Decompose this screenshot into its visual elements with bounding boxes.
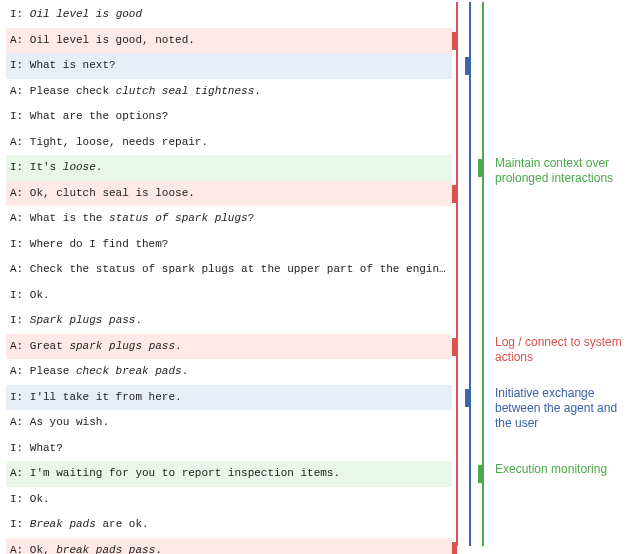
- dialog-row: I: Ok.: [6, 487, 452, 513]
- lane-blue: [469, 2, 471, 546]
- dialog-row: I: Oil level is good: [6, 2, 452, 28]
- annotation-label: Log / connect to system actions: [495, 335, 635, 365]
- dialog-row: I: Spark plugs pass.: [6, 308, 452, 334]
- dialog-row: A: Tight, loose, needs repair.: [6, 130, 452, 156]
- dialog-row: A: As you wish.: [6, 410, 452, 436]
- annotation-label: Maintain context over prolonged interact…: [495, 156, 635, 186]
- conversation-log: I: Oil level is goodA: Oil level is good…: [6, 2, 452, 554]
- dialog-row: A: Ok, break pads pass.: [6, 538, 452, 555]
- lane-red: [456, 2, 458, 546]
- dialog-row: I: What is next?: [6, 53, 452, 79]
- dialog-row: A: Check the status of spark plugs at th…: [6, 257, 452, 283]
- dialog-row: A: I'm waiting for you to report inspect…: [6, 461, 452, 487]
- dialog-row: I: I'll take it from here.: [6, 385, 452, 411]
- tick-red: [452, 338, 457, 356]
- dialog-row: A: What is the status of spark plugs?: [6, 206, 452, 232]
- dialog-row: I: What are the options?: [6, 104, 452, 130]
- tick-red: [452, 542, 457, 555]
- tick-blue: [465, 389, 470, 407]
- annotation-label: Initiative exchange between the agent an…: [495, 386, 635, 431]
- tick-green: [478, 159, 483, 177]
- dialog-row: A: Please check break pads.: [6, 359, 452, 385]
- tick-green: [478, 465, 483, 483]
- dialog-row: I: It's loose.: [6, 155, 452, 181]
- dialog-row: A: Oil level is good, noted.: [6, 28, 452, 54]
- dialog-row: I: Where do I find them?: [6, 232, 452, 258]
- dialog-row: I: Break pads are ok.: [6, 512, 452, 538]
- annotation-label: Execution monitoring: [495, 462, 635, 477]
- dialog-row: A: Great spark plugs pass.: [6, 334, 452, 360]
- dialog-row: I: Ok.: [6, 283, 452, 309]
- tick-red: [452, 185, 457, 203]
- tick-blue: [465, 57, 470, 75]
- dialog-row: I: What?: [6, 436, 452, 462]
- dialog-row: A: Please check clutch seal tightness.: [6, 79, 452, 105]
- tick-red: [452, 32, 457, 50]
- dialog-row: A: Ok, clutch seal is loose.: [6, 181, 452, 207]
